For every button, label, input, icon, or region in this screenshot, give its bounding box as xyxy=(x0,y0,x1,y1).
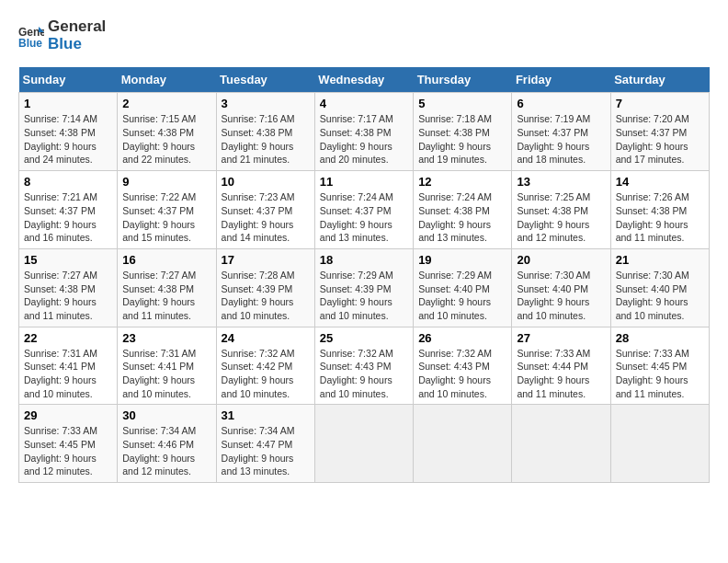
header-cell-friday: Friday xyxy=(512,67,610,93)
day-cell: 12Sunrise: 7:24 AMSunset: 4:38 PMDayligh… xyxy=(414,171,512,249)
day-cell: 10Sunrise: 7:23 AMSunset: 4:37 PMDayligh… xyxy=(216,171,314,249)
day-cell: 1Sunrise: 7:14 AMSunset: 4:38 PMDaylight… xyxy=(19,93,118,171)
day-cell: 3Sunrise: 7:16 AMSunset: 4:38 PMDaylight… xyxy=(216,93,314,171)
day-info: Sunrise: 7:30 AMSunset: 4:40 PMDaylight:… xyxy=(517,269,605,323)
logo-icon: General Blue xyxy=(18,23,44,49)
day-cell: 6Sunrise: 7:19 AMSunset: 4:37 PMDaylight… xyxy=(512,93,610,171)
day-info: Sunrise: 7:18 AMSunset: 4:38 PMDaylight:… xyxy=(418,112,506,167)
day-info: Sunrise: 7:31 AMSunset: 4:41 PMDaylight:… xyxy=(122,347,210,401)
day-number: 24 xyxy=(222,331,310,345)
header-cell-tuesday: Tuesday xyxy=(216,67,314,93)
day-cell xyxy=(512,405,610,483)
day-number: 21 xyxy=(616,253,704,267)
day-cell: 28Sunrise: 7:33 AMSunset: 4:45 PMDayligh… xyxy=(610,327,709,405)
day-cell: 21Sunrise: 7:30 AMSunset: 4:40 PMDayligh… xyxy=(610,248,709,327)
day-number: 1 xyxy=(24,97,112,110)
day-info: Sunrise: 7:29 AMSunset: 4:39 PMDaylight:… xyxy=(320,269,408,323)
day-info: Sunrise: 7:34 AMSunset: 4:46 PMDaylight:… xyxy=(122,424,210,478)
day-number: 22 xyxy=(24,331,112,345)
day-cell xyxy=(414,405,512,483)
day-cell: 2Sunrise: 7:15 AMSunset: 4:38 PMDaylight… xyxy=(118,93,216,171)
day-number: 3 xyxy=(222,97,310,110)
day-number: 18 xyxy=(320,253,408,267)
day-info: Sunrise: 7:32 AMSunset: 4:43 PMDaylight:… xyxy=(418,347,506,401)
week-row-1: 1Sunrise: 7:14 AMSunset: 4:38 PMDaylight… xyxy=(19,93,710,171)
day-number: 2 xyxy=(122,97,210,110)
day-info: Sunrise: 7:25 AMSunset: 4:38 PMDaylight:… xyxy=(517,190,605,245)
day-number: 12 xyxy=(418,175,506,189)
day-cell: 17Sunrise: 7:28 AMSunset: 4:39 PMDayligh… xyxy=(216,248,314,327)
day-number: 28 xyxy=(616,331,704,345)
day-info: Sunrise: 7:33 AMSunset: 4:45 PMDaylight:… xyxy=(24,424,112,478)
logo: General Blue General Blue xyxy=(18,18,106,52)
day-number: 26 xyxy=(418,331,506,345)
day-number: 4 xyxy=(320,97,408,110)
day-info: Sunrise: 7:32 AMSunset: 4:42 PMDaylight:… xyxy=(222,347,310,401)
day-number: 27 xyxy=(517,331,605,345)
header-cell-thursday: Thursday xyxy=(414,67,512,93)
day-cell: 25Sunrise: 7:32 AMSunset: 4:43 PMDayligh… xyxy=(314,327,413,405)
day-number: 5 xyxy=(418,97,506,110)
day-info: Sunrise: 7:29 AMSunset: 4:40 PMDaylight:… xyxy=(418,269,506,323)
logo-line2: Blue xyxy=(48,36,106,53)
day-info: Sunrise: 7:24 AMSunset: 4:38 PMDaylight:… xyxy=(418,190,506,245)
day-cell: 30Sunrise: 7:34 AMSunset: 4:46 PMDayligh… xyxy=(118,405,216,483)
week-row-2: 8Sunrise: 7:21 AMSunset: 4:37 PMDaylight… xyxy=(19,171,710,249)
day-cell: 11Sunrise: 7:24 AMSunset: 4:37 PMDayligh… xyxy=(314,171,413,249)
day-info: Sunrise: 7:17 AMSunset: 4:38 PMDaylight:… xyxy=(320,112,408,167)
day-info: Sunrise: 7:14 AMSunset: 4:38 PMDaylight:… xyxy=(24,112,112,167)
header-cell-monday: Monday xyxy=(118,67,216,93)
day-cell: 8Sunrise: 7:21 AMSunset: 4:37 PMDaylight… xyxy=(19,171,118,249)
day-number: 15 xyxy=(24,253,112,267)
day-info: Sunrise: 7:15 AMSunset: 4:38 PMDaylight:… xyxy=(122,112,210,167)
day-cell: 5Sunrise: 7:18 AMSunset: 4:38 PMDaylight… xyxy=(414,93,512,171)
day-cell: 20Sunrise: 7:30 AMSunset: 4:40 PMDayligh… xyxy=(512,248,610,327)
week-row-4: 22Sunrise: 7:31 AMSunset: 4:41 PMDayligh… xyxy=(19,327,710,405)
day-number: 31 xyxy=(222,408,310,422)
day-cell: 23Sunrise: 7:31 AMSunset: 4:41 PMDayligh… xyxy=(118,327,216,405)
day-cell: 22Sunrise: 7:31 AMSunset: 4:41 PMDayligh… xyxy=(19,327,118,405)
day-cell: 4Sunrise: 7:17 AMSunset: 4:38 PMDaylight… xyxy=(314,93,413,171)
day-number: 25 xyxy=(320,331,408,345)
day-info: Sunrise: 7:26 AMSunset: 4:38 PMDaylight:… xyxy=(616,190,704,245)
day-cell: 7Sunrise: 7:20 AMSunset: 4:37 PMDaylight… xyxy=(610,93,709,171)
week-row-3: 15Sunrise: 7:27 AMSunset: 4:38 PMDayligh… xyxy=(19,248,710,327)
day-number: 17 xyxy=(222,253,310,267)
day-info: Sunrise: 7:33 AMSunset: 4:44 PMDaylight:… xyxy=(517,347,605,401)
day-info: Sunrise: 7:16 AMSunset: 4:38 PMDaylight:… xyxy=(222,112,310,167)
day-info: Sunrise: 7:27 AMSunset: 4:38 PMDaylight:… xyxy=(24,269,112,323)
day-info: Sunrise: 7:19 AMSunset: 4:37 PMDaylight:… xyxy=(517,112,605,167)
day-cell xyxy=(314,405,413,483)
day-cell: 16Sunrise: 7:27 AMSunset: 4:38 PMDayligh… xyxy=(118,248,216,327)
day-info: Sunrise: 7:23 AMSunset: 4:37 PMDaylight:… xyxy=(222,190,310,245)
day-info: Sunrise: 7:27 AMSunset: 4:38 PMDaylight:… xyxy=(122,269,210,323)
day-number: 13 xyxy=(517,175,605,189)
day-info: Sunrise: 7:34 AMSunset: 4:47 PMDaylight:… xyxy=(222,424,310,478)
day-cell: 31Sunrise: 7:34 AMSunset: 4:47 PMDayligh… xyxy=(216,405,314,483)
day-number: 7 xyxy=(616,97,704,110)
day-number: 20 xyxy=(517,253,605,267)
day-info: Sunrise: 7:20 AMSunset: 4:37 PMDaylight:… xyxy=(616,112,704,167)
day-cell: 27Sunrise: 7:33 AMSunset: 4:44 PMDayligh… xyxy=(512,327,610,405)
day-number: 6 xyxy=(517,97,605,110)
day-info: Sunrise: 7:32 AMSunset: 4:43 PMDaylight:… xyxy=(320,347,408,401)
calendar-table: SundayMondayTuesdayWednesdayThursdayFrid… xyxy=(18,67,710,483)
header-cell-wednesday: Wednesday xyxy=(314,67,413,93)
day-info: Sunrise: 7:28 AMSunset: 4:39 PMDaylight:… xyxy=(222,269,310,323)
svg-text:Blue: Blue xyxy=(18,37,42,49)
day-cell: 14Sunrise: 7:26 AMSunset: 4:38 PMDayligh… xyxy=(610,171,709,249)
day-number: 16 xyxy=(122,253,210,267)
header-row: SundayMondayTuesdayWednesdayThursdayFrid… xyxy=(19,67,710,93)
day-cell: 13Sunrise: 7:25 AMSunset: 4:38 PMDayligh… xyxy=(512,171,610,249)
day-number: 30 xyxy=(122,408,210,422)
day-cell: 29Sunrise: 7:33 AMSunset: 4:45 PMDayligh… xyxy=(19,405,118,483)
day-info: Sunrise: 7:31 AMSunset: 4:41 PMDaylight:… xyxy=(24,347,112,401)
day-cell: 15Sunrise: 7:27 AMSunset: 4:38 PMDayligh… xyxy=(19,248,118,327)
header-cell-sunday: Sunday xyxy=(19,67,118,93)
day-info: Sunrise: 7:21 AMSunset: 4:37 PMDaylight:… xyxy=(24,190,112,245)
day-number: 10 xyxy=(222,175,310,189)
day-info: Sunrise: 7:33 AMSunset: 4:45 PMDaylight:… xyxy=(616,347,704,401)
week-row-5: 29Sunrise: 7:33 AMSunset: 4:45 PMDayligh… xyxy=(19,405,710,483)
day-cell: 18Sunrise: 7:29 AMSunset: 4:39 PMDayligh… xyxy=(314,248,413,327)
day-number: 8 xyxy=(24,175,112,189)
